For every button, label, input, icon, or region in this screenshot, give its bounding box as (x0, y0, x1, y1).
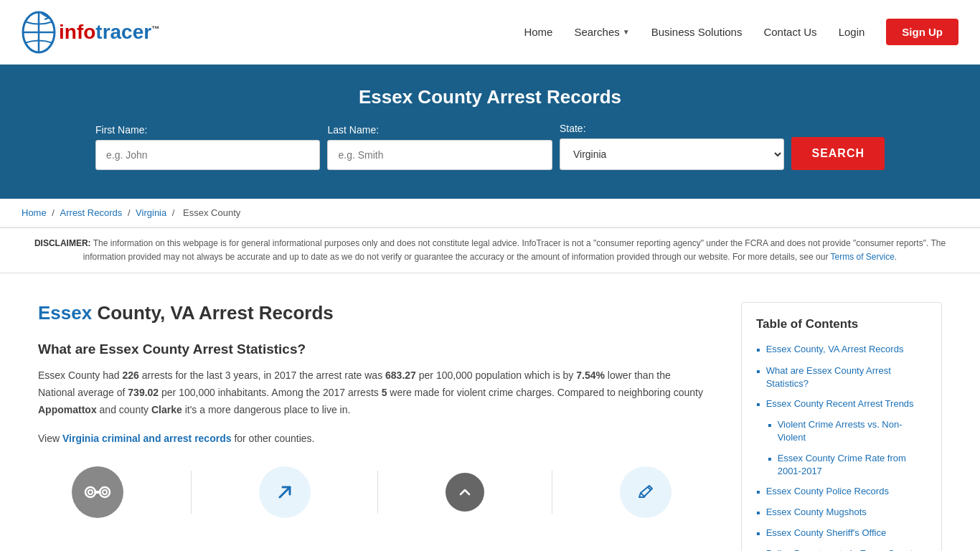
toc-item-8: ▪ Essex County Sheriff's Office (756, 527, 927, 540)
svg-point-6 (88, 490, 93, 494)
first-name-input[interactable] (95, 140, 320, 170)
main-nav: Home Searches ▼ Business Solutions Conta… (524, 19, 958, 45)
pencil-icon (620, 466, 672, 518)
toc-bullet8: ▪ (756, 527, 760, 540)
divider1 (191, 471, 192, 514)
article: Essex County, VA Arrest Records What are… (31, 288, 727, 551)
state-label: State: (560, 123, 784, 134)
breadcrumb-essex-county: Essex County (183, 207, 240, 218)
state-group: State: Virginia Alabama Alaska Arizona C… (560, 123, 784, 170)
svg-rect-5 (94, 491, 101, 494)
nav-home[interactable]: Home (524, 26, 552, 38)
login-button[interactable]: Login (839, 26, 865, 38)
icon-handcuffs (72, 466, 123, 518)
disclaimer-label: DISCLAIMER: (34, 238, 91, 248)
toc-bullet6: ▪ (756, 485, 760, 499)
toc-item-7: ▪ Essex County Mugshots (756, 506, 927, 519)
logo[interactable]: infotracer™ (22, 11, 159, 54)
logo-tm: ™ (151, 24, 159, 32)
breadcrumb-sep1: / (52, 207, 57, 218)
terms-of-service-link[interactable]: Terms of Service (831, 252, 895, 262)
icon-scroll-top[interactable] (446, 473, 484, 512)
logo-blue-text: tracer (95, 21, 151, 43)
toc-link-4[interactable]: Violent Crime Arrests vs. Non-Violent (778, 418, 927, 444)
toc-bullet1: ▪ (756, 343, 760, 357)
hero-section: Essex County Arrest Records First Name: … (0, 65, 980, 199)
nav-business-solutions[interactable]: Business Solutions (651, 26, 743, 38)
chevron-down-icon: ▼ (623, 28, 630, 36)
toc-bullet9: ▪ (756, 547, 760, 551)
toc-bullet4: ▪ (768, 418, 772, 432)
toc-bullet3: ▪ (756, 397, 760, 411)
icon-row (38, 459, 705, 525)
breadcrumb-home[interactable]: Home (22, 207, 47, 218)
heading-rest: County, VA Arrest Records (92, 302, 334, 324)
toc-bullet2: ▪ (756, 364, 760, 378)
last-name-group: Last Name: (327, 124, 552, 170)
search-button[interactable]: SEARCH (791, 137, 885, 170)
toc-link-1[interactable]: Essex County, VA Arrest Records (766, 343, 904, 356)
heading-highlight: Essex (38, 302, 92, 324)
svg-point-4 (100, 487, 110, 497)
arrow-up-icon (259, 466, 311, 518)
svg-point-3 (85, 487, 95, 497)
section1-heading: What are Essex County Arrest Statistics? (38, 342, 705, 357)
svg-point-7 (103, 490, 107, 494)
logo-red-text: info (59, 21, 95, 43)
toc-link-7[interactable]: Essex County Mugshots (766, 506, 867, 519)
icon-arrow-up (259, 466, 311, 518)
icon-pencil (620, 466, 672, 518)
article-paragraph1: Essex County had 226 arrests for the las… (38, 367, 705, 418)
logo-icon (22, 11, 56, 54)
toc-item-4: ▪ Violent Crime Arrests vs. Non-Violent (768, 418, 927, 444)
toc-link-5[interactable]: Essex County Crime Rate from 2001-2017 (778, 452, 927, 478)
nav-contact-us[interactable]: Contact Us (763, 26, 816, 38)
toc-link-3[interactable]: Essex County Recent Arrest Trends (766, 397, 914, 410)
article-heading: Essex County, VA Arrest Records (38, 302, 705, 324)
search-form: First Name: Last Name: State: Virginia A… (95, 123, 885, 170)
breadcrumb-sep3: / (172, 207, 177, 218)
toc-link-6[interactable]: Essex County Police Records (766, 485, 889, 498)
breadcrumb-arrest-records[interactable]: Arrest Records (60, 207, 123, 218)
first-name-label: First Name: (95, 124, 320, 136)
toc-heading: Table of Contents (756, 317, 927, 331)
breadcrumb-sep2: / (128, 207, 133, 218)
toc-link-2[interactable]: What are Essex County Arrest Statistics? (766, 364, 927, 390)
header: infotracer™ Home Searches ▼ Business Sol… (0, 0, 980, 65)
disclaimer: DISCLAIMER: The information on this webp… (0, 227, 980, 273)
breadcrumb: Home / Arrest Records / Virginia / Essex… (0, 199, 980, 227)
scroll-top-button[interactable] (446, 473, 484, 512)
toc-item-6: ▪ Essex County Police Records (756, 485, 927, 499)
disclaimer-text: The information on this webpage is for g… (83, 238, 946, 262)
toc-box: Table of Contents ▪ Essex County, VA Arr… (741, 302, 942, 551)
toc-list: ▪ Essex County, VA Arrest Records ▪ What… (756, 343, 927, 551)
toc-bullet7: ▪ (756, 506, 760, 519)
toc-item-3: ▪ Essex County Recent Arrest Trends (756, 397, 927, 411)
toc-item-5: ▪ Essex County Crime Rate from 2001-2017 (768, 452, 927, 478)
signup-button[interactable]: Sign Up (886, 19, 958, 45)
handcuffs-icon (72, 466, 123, 518)
breadcrumb-virginia[interactable]: Virginia (136, 207, 166, 218)
last-name-label: Last Name: (327, 124, 552, 136)
article-paragraph2: View Virginia criminal and arrest record… (38, 430, 705, 448)
divider2 (377, 471, 378, 514)
state-select[interactable]: Virginia Alabama Alaska Arizona Californ… (560, 138, 784, 170)
page-title: Essex County Arrest Records (14, 86, 966, 108)
divider3 (552, 471, 552, 514)
last-name-input[interactable] (327, 140, 552, 170)
toc-item-2: ▪ What are Essex County Arrest Statistic… (756, 364, 927, 390)
nav-searches[interactable]: Searches ▼ (574, 26, 629, 38)
toc-bullet5: ▪ (768, 452, 772, 466)
virginia-records-link[interactable]: Virginia criminal and arrest records (62, 433, 232, 444)
main-content: Essex County, VA Arrest Records What are… (17, 273, 963, 551)
toc-item-1: ▪ Essex County, VA Arrest Records (756, 343, 927, 357)
first-name-group: First Name: (95, 124, 320, 170)
sidebar: Table of Contents ▪ Essex County, VA Arr… (727, 288, 949, 551)
toc-link-9[interactable]: Police Departments in Essex County (766, 547, 918, 551)
toc-link-8[interactable]: Essex County Sheriff's Office (766, 527, 886, 540)
toc-item-9: ▪ Police Departments in Essex County (756, 547, 927, 551)
